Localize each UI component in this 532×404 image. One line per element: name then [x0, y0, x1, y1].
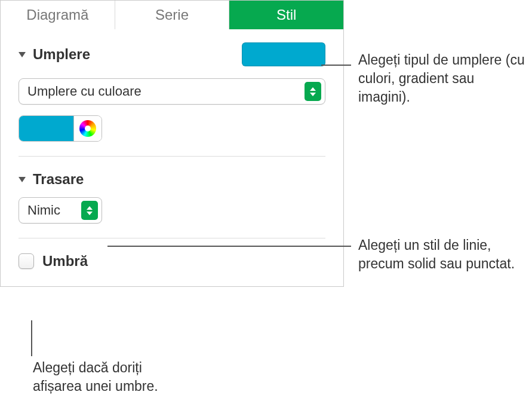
shadow-section: Umbră: [19, 253, 325, 270]
fill-color-swatch-small[interactable]: [19, 116, 74, 141]
tab-style[interactable]: Stil: [229, 1, 343, 29]
shadow-row: Umbră: [19, 253, 325, 270]
color-wheel-icon: [79, 120, 96, 137]
fill-current-color-swatch[interactable]: [242, 42, 325, 66]
popup-stepper-icon: [305, 82, 321, 101]
color-wheel-button[interactable]: [74, 116, 102, 141]
chevron-down-icon: [19, 177, 26, 182]
shadow-label: Umbră: [42, 253, 88, 270]
callout-stroke: Alegeți un stil de linie, precum solid s…: [358, 236, 519, 273]
stroke-style-label: Nimic: [27, 203, 81, 218]
callout-line: [107, 246, 351, 247]
fill-header[interactable]: Umplere: [19, 42, 325, 66]
fill-title: Umplere: [33, 46, 90, 63]
stroke-title: Trasare: [33, 171, 84, 188]
callout-shadow: Alegeți dacă doriți afișarea unei umbre.: [33, 359, 194, 396]
style-content: Umplere Umplere cu culoare: [1, 29, 343, 286]
fill-type-label: Umplere cu culoare: [27, 84, 305, 99]
stroke-section: Trasare Nimic: [19, 171, 325, 238]
fill-section: Umplere Umplere cu culoare: [19, 42, 325, 157]
chevron-down-icon: [19, 52, 26, 57]
fill-type-popup[interactable]: Umplere cu culoare: [19, 78, 325, 105]
callout-line: [321, 65, 351, 66]
tab-chart[interactable]: Diagramă: [1, 1, 115, 29]
fill-color-row: [19, 115, 325, 142]
fill-color-picker[interactable]: [19, 115, 102, 142]
stroke-header[interactable]: Trasare: [19, 171, 325, 188]
stroke-style-popup[interactable]: Nimic: [19, 197, 102, 224]
callout-line: [31, 320, 32, 356]
tab-bar: Diagramă Serie Stil: [1, 1, 343, 29]
format-sidebar: Diagramă Serie Stil Umplere Umplere cu c…: [0, 0, 344, 287]
callout-fill: Alegeți tipul de umplere (cu culori, gra…: [358, 51, 525, 106]
shadow-checkbox[interactable]: [19, 253, 34, 269]
popup-stepper-icon: [81, 201, 98, 220]
tab-series[interactable]: Serie: [115, 1, 230, 29]
